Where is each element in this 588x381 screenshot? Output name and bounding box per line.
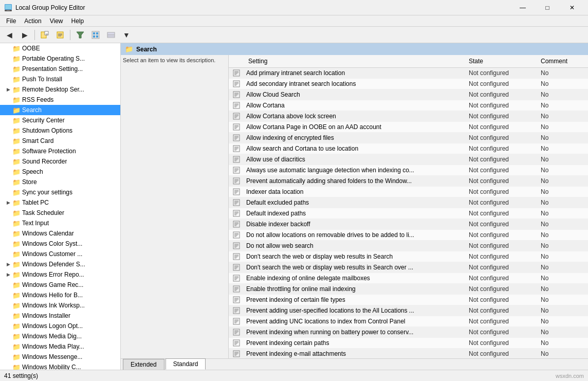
col-setting[interactable]: Setting [244,57,465,66]
sidebar-item-remote-desktop[interactable]: ▶ 📁 Remote Desktop Ser... [0,84,120,95]
sidebar-label: Windows Color Syst... [22,240,82,247]
sidebar-item-windows-messenger[interactable]: 📁 Windows Messenge... [0,352,120,362]
table-row[interactable]: Don't search the web or display web resu… [229,251,588,262]
setting-comment: No [537,133,588,143]
table-row[interactable]: Prevent automatically adding shared fold… [229,176,588,187]
toolbar-btn-1[interactable] [38,28,52,42]
sidebar-item-smart-card[interactable]: 📁 Smart Card [0,136,120,146]
toolbar-btn-3[interactable] [88,28,103,42]
sidebar-item-windows-installer[interactable]: 📁 Windows Installer [0,311,120,321]
table-row[interactable]: Prevent indexing when running on battery… [229,327,588,338]
svg-rect-151 [233,351,240,357]
menu-help[interactable]: Help [67,16,88,26]
setting-state: Not configured [465,230,537,240]
sidebar-item-windows-customer[interactable]: 📁 Windows Customer ... [0,249,120,259]
forward-button[interactable]: ▶ [17,28,32,42]
sidebar-item-oobe[interactable]: 📁 OOBE [0,43,120,53]
sidebar-item-sync[interactable]: 📁 Sync your settings [0,187,120,197]
tab-standard[interactable]: Standard [166,358,206,370]
sidebar[interactable]: 📁 OOBE 📁 Portable Operating S... 📁 Prese… [0,43,121,370]
col-comment[interactable]: Comment [537,57,588,66]
toolbar-btn-2[interactable] [53,28,67,42]
sidebar-item-windows-game[interactable]: 📁 Windows Game Rec... [0,280,120,290]
sidebar-item-windows-media-dig[interactable]: 📁 Windows Media Dig... [0,331,120,341]
table-row[interactable]: Always use automatic language detection … [229,165,588,176]
setting-comment: No [537,316,588,326]
svg-rect-56 [233,146,240,152]
sidebar-item-windows-mobility[interactable]: 📁 Windows Mobility C... [0,362,120,370]
sidebar-item-sound[interactable]: 📁 Sound Recorder [0,156,120,167]
setting-name: Enable throttling for online mail indexi… [244,284,465,294]
sidebar-item-search[interactable]: 📁 Search [0,105,120,115]
table-row[interactable]: Add secondary intranet search locations … [229,79,588,89]
table-row[interactable]: Allow search and Cortana to use location… [229,143,588,154]
setting-comment: No [537,262,588,273]
sidebar-item-windows-hello[interactable]: 📁 Windows Hello for B... [0,290,120,300]
minimize-button[interactable]: — [511,0,535,15]
sidebar-item-tablet-pc[interactable]: ▶ 📁 Tablet PC [0,197,120,208]
table-row[interactable]: Enable throttling for online mail indexi… [229,284,588,295]
folder-icon: 📁 [12,127,21,134]
close-button[interactable]: ✕ [560,0,584,15]
sidebar-item-push-to-install[interactable]: 📁 Push To Install [0,74,120,84]
setting-comment: No [537,154,588,165]
settings-list[interactable]: Add primary intranet search location Not… [229,68,588,358]
toolbar-btn-filter[interactable] [73,28,87,42]
sidebar-item-windows-error[interactable]: ▶ 📁 Windows Error Repo... [0,269,120,280]
table-row[interactable]: Don't search the web or display web resu… [229,262,588,273]
table-row[interactable]: Allow Cortana above lock screen Not conf… [229,111,588,122]
sidebar-item-store[interactable]: 📁 Store [0,177,120,187]
table-row[interactable]: Indexer data location Not configured No [229,187,588,197]
table-row[interactable]: Allow Cortana Page in OOBE on an AAD acc… [229,122,588,133]
menu-action[interactable]: Action [20,16,45,26]
table-row[interactable]: Allow use of diacritics Not configured N… [229,154,588,165]
sidebar-item-windows-calendar[interactable]: 📁 Windows Calendar [0,228,120,239]
sidebar-item-shutdown[interactable]: 📁 Shutdown Options [0,125,120,136]
svg-rect-126 [233,297,240,303]
maximize-button[interactable]: □ [536,0,559,15]
sidebar-item-rss[interactable]: 📁 RSS Feeds [0,95,120,105]
folder-icon: 📁 [12,96,21,103]
expand-icon: ▶ [4,198,12,207]
sidebar-item-speech[interactable]: 📁 Speech [0,167,120,177]
sidebar-item-windows-color[interactable]: 📁 Windows Color Syst... [0,239,120,249]
sidebar-item-text-input[interactable]: 📁 Text Input [0,218,120,228]
sidebar-item-presentation[interactable]: 📁 Presentation Setting... [0,64,120,74]
sidebar-item-portable[interactable]: 📁 Portable Operating S... [0,53,120,64]
sidebar-item-windows-logon[interactable]: 📁 Windows Logon Opt... [0,321,120,331]
sidebar-item-windows-ink[interactable]: 📁 Windows Ink Worksp... [0,300,120,311]
sidebar-item-task-scheduler[interactable]: 📁 Task Scheduler [0,208,120,218]
setting-comment: No [537,79,588,89]
svg-rect-18 [107,32,115,38]
table-row[interactable]: Prevent indexing of certain file types N… [229,295,588,305]
table-row[interactable]: Default excluded paths Not configured No [229,197,588,208]
menu-file[interactable]: File [2,16,20,26]
sidebar-label: Store [22,178,37,186]
table-row[interactable]: Add primary intranet search location Not… [229,68,588,79]
toolbar-btn-5[interactable]: ▼ [119,28,134,42]
back-button[interactable]: ◀ [2,28,16,42]
toolbar-btn-4[interactable] [104,28,118,42]
tab-extended[interactable]: Extended [123,359,164,370]
table-row[interactable]: Enable indexing of online delegate mailb… [229,273,588,284]
row-icon [229,176,244,186]
sidebar-item-software[interactable]: 📁 Software Protection [0,146,120,156]
table-row[interactable]: Prevent indexing e-mail attachments Not … [229,349,588,358]
sidebar-item-windows-media-play[interactable]: 📁 Windows Media Play... [0,341,120,352]
table-row[interactable]: Allow Cortana Not configured No [229,100,588,111]
table-row[interactable]: Allow Cloud Search Not configured No [229,89,588,100]
menu-view[interactable]: View [46,16,67,26]
table-row[interactable]: Default indexed paths Not configured No [229,208,588,219]
table-row[interactable]: Allow indexing of encrypted files Not co… [229,133,588,143]
table-row[interactable]: Do not allow web search Not configured N… [229,241,588,251]
table-row[interactable]: Disable indexer backoff Not configured N… [229,219,588,230]
sidebar-label: Windows Logon Opt... [22,322,83,330]
table-row[interactable]: Do not allow locations on removable driv… [229,230,588,241]
col-state[interactable]: State [465,57,537,66]
sidebar-item-security-center[interactable]: 📁 Security Center [0,115,120,125]
table-row[interactable]: Prevent adding UNC locations to index fr… [229,316,588,327]
sidebar-item-windows-defender[interactable]: ▶ 📁 Windows Defender S... [0,259,120,269]
table-row[interactable]: Prevent indexing certain paths Not confi… [229,338,588,349]
table-row[interactable]: Prevent adding user-specified locations … [229,305,588,316]
svg-rect-91 [233,221,240,227]
